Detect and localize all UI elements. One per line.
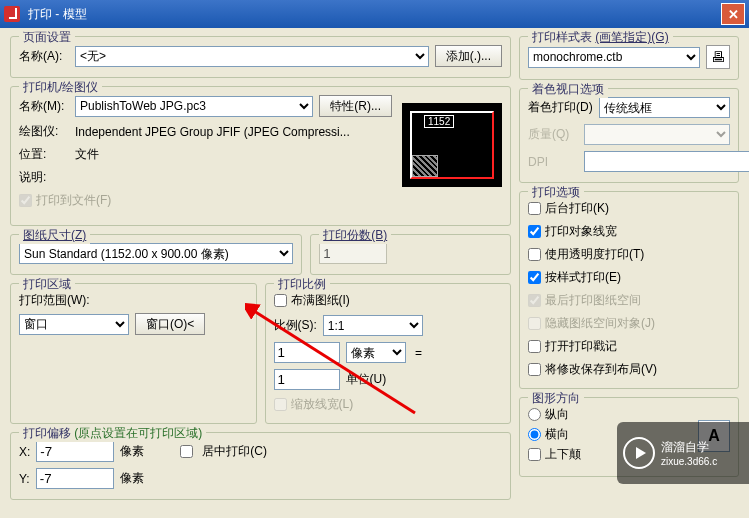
offset-hint: (原点设置在可打印区域) (74, 426, 202, 440)
shade-print-select[interactable]: 传统线框 (599, 97, 730, 118)
upside-label: 上下颠 (545, 446, 581, 463)
offset-x-unit: 像素 (120, 443, 144, 460)
offset-y-input[interactable] (36, 468, 114, 489)
opt-bystyle-label: 按样式打印(E) (545, 269, 621, 286)
opt-background-label: 后台打印(K) (545, 200, 609, 217)
shade-print-label: 着色打印(D) (528, 99, 593, 116)
opt-stamp-label: 打开打印戳记 (545, 338, 617, 355)
print-area-legend: 打印区域 (19, 276, 75, 293)
orientation-legend: 图形方向 (528, 390, 584, 407)
page-setup-legend: 页面设置 (19, 29, 75, 46)
page-setup-group: 页面设置 名称(A): <无> 添加(.)... (10, 36, 511, 78)
scale-unit1-input[interactable] (274, 342, 340, 363)
copies-group: 打印份数(B) (310, 234, 511, 275)
opt-transparency-label: 使用透明度打印(T) (545, 246, 644, 263)
viewport-group: 着色视口选项 着色打印(D) 传统线框 质量(Q) DPI (519, 88, 739, 183)
opt-hide-paperspace-label: 隐藏图纸空间对象(J) (545, 315, 655, 332)
opt-lineweight-label: 打印对象线宽 (545, 223, 617, 240)
description-label: 说明: (19, 169, 69, 186)
portrait-label: 纵向 (545, 406, 569, 423)
title-bar: 打印 - 模型 ✕ (0, 0, 749, 28)
page-name-select[interactable]: <无> (75, 46, 429, 67)
viewport-legend: 着色视口选项 (528, 81, 608, 98)
plotter-value: Independent JPEG Group JFIF (JPEG Compre… (75, 125, 350, 139)
scale-select[interactable]: 1:1 (323, 315, 423, 336)
opt-save-layout-label: 将修改保存到布局(V) (545, 361, 657, 378)
opt-lineweight-checkbox[interactable] (528, 225, 541, 238)
print-options-legend: 打印选项 (528, 184, 584, 201)
opt-bystyle-checkbox[interactable] (528, 271, 541, 284)
scale-label: 比例(S): (274, 317, 317, 334)
quality-select (584, 124, 730, 145)
plot-style-legend-b: (画笔指定)(G) (595, 30, 668, 44)
dpi-input (584, 151, 749, 172)
watermark-line2: zixue.3d66.c (661, 456, 717, 467)
scale-unit1-select[interactable]: 像素 (346, 342, 406, 363)
opt-paperspace-last-checkbox (528, 294, 541, 307)
fit-to-paper-label: 布满图纸(I) (291, 292, 350, 309)
page-name-label: 名称(A): (19, 48, 69, 65)
properties-button[interactable]: 特性(R)... (319, 95, 392, 117)
location-label: 位置: (19, 146, 69, 163)
opt-transparency-checkbox[interactable] (528, 248, 541, 261)
opt-background-checkbox[interactable] (528, 202, 541, 215)
opt-stamp-checkbox[interactable] (528, 340, 541, 353)
window-title: 打印 - 模型 (28, 6, 721, 23)
opt-save-layout-checkbox[interactable] (528, 363, 541, 376)
location-value: 文件 (75, 146, 99, 163)
quality-label: 质量(Q) (528, 126, 578, 143)
print-to-file-checkbox (19, 194, 32, 207)
close-button[interactable]: ✕ (721, 3, 745, 25)
fit-to-paper-checkbox[interactable] (274, 294, 287, 307)
landscape-radio[interactable] (528, 428, 541, 441)
scale-lineweight-label: 缩放线宽(L) (291, 396, 354, 413)
opt-hide-paperspace-checkbox (528, 317, 541, 330)
portrait-radio[interactable] (528, 408, 541, 421)
plot-style-edit-button[interactable]: 🖶 (706, 45, 730, 69)
offset-x-label: X: (19, 445, 30, 459)
paper-size-legend: 图纸尺寸(Z) (23, 228, 86, 242)
paper-preview: 1152 (402, 103, 502, 187)
printer-name-label: 名称(M): (19, 98, 69, 115)
printer-group: 打印机/绘图仪 名称(M): PublishToWeb JPG.pc3 特性(R… (10, 86, 511, 226)
plot-style-legend: 打印样式表 (532, 30, 592, 44)
copies-input[interactable] (319, 243, 387, 264)
printer-name-select[interactable]: PublishToWeb JPG.pc3 (75, 96, 313, 117)
plot-style-select[interactable]: monochrome.ctb (528, 47, 700, 68)
play-icon (623, 437, 655, 469)
print-area-group: 打印区域 打印范围(W): 窗口 窗口(O)< (10, 283, 257, 424)
scale-unit2-input[interactable] (274, 369, 340, 390)
offset-x-input[interactable] (36, 441, 114, 462)
scale-group: 打印比例 布满图纸(I) 比例(S): 1:1 像素 = (265, 283, 512, 424)
printer-legend: 打印机/绘图仪 (19, 79, 102, 96)
offset-legend: 打印偏移 (23, 426, 71, 440)
scale-equals: = (412, 346, 426, 360)
offset-y-label: Y: (19, 472, 30, 486)
scale-lineweight-checkbox (274, 398, 287, 411)
watermark-overlay: 溜溜自学 zixue.3d66.c (617, 422, 749, 484)
offset-y-unit: 像素 (120, 470, 144, 487)
landscape-label: 横向 (545, 426, 569, 443)
print-options-group: 打印选项 后台打印(K) 打印对象线宽 使用透明度打印(T) 按样式打印(E) … (519, 191, 739, 389)
print-range-select[interactable]: 窗口 (19, 314, 129, 335)
scale-legend: 打印比例 (274, 276, 330, 293)
print-to-file-label: 打印到文件(F) (36, 192, 111, 209)
paper-size-group: 图纸尺寸(Z) Sun Standard (1152.00 x 900.00 像… (10, 234, 302, 275)
paper-size-select[interactable]: Sun Standard (1152.00 x 900.00 像素) (19, 243, 293, 264)
plot-style-group: 打印样式表 (画笔指定)(G) monochrome.ctb 🖶 (519, 36, 739, 80)
preview-dim-label: 1152 (424, 115, 454, 128)
offset-group: 打印偏移 (原点设置在可打印区域) X: 像素 居中打印(C) Y: 像素 (10, 432, 511, 500)
center-print-label: 居中打印(C) (202, 443, 267, 460)
print-range-label: 打印范围(W): (19, 292, 248, 309)
plotter-label: 绘图仪: (19, 123, 69, 140)
app-logo-icon (4, 6, 20, 22)
dpi-label: DPI (528, 155, 578, 169)
opt-paperspace-last-label: 最后打印图纸空间 (545, 292, 641, 309)
upside-checkbox[interactable] (528, 448, 541, 461)
add-button[interactable]: 添加(.)... (435, 45, 502, 67)
watermark-line1: 溜溜自学 (661, 439, 717, 456)
copies-legend: 打印份数(B) (323, 228, 387, 242)
center-print-checkbox[interactable] (180, 445, 193, 458)
window-button[interactable]: 窗口(O)< (135, 313, 205, 335)
scale-unit2-label: 单位(U) (346, 371, 387, 388)
